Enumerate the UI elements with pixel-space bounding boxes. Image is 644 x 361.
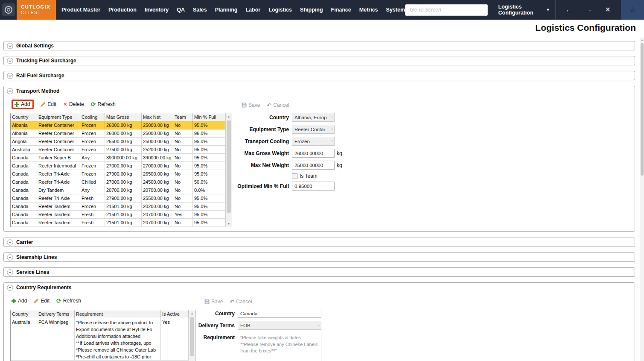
chevron-down-icon: ▾: [331, 115, 333, 119]
add-button[interactable]: Add: [12, 298, 27, 304]
edit-button[interactable]: Edit: [34, 298, 50, 304]
back-arrow-icon[interactable]: ←: [566, 6, 573, 13]
menu-item[interactable]: Sales: [193, 7, 207, 13]
country-dropdown[interactable]: Albania, Europ ▾: [292, 113, 335, 122]
transport-method-header[interactable]: Transport Method: [4, 86, 635, 96]
chevron-down-circle-icon[interactable]: [7, 73, 13, 79]
table-row[interactable]: Canada Reefer Tandem Fresh 21501.00 kg 2…: [11, 211, 232, 219]
save-button[interactable]: Save: [204, 299, 223, 305]
menu-item[interactable]: Planning: [215, 7, 238, 13]
menu-item[interactable]: QA: [177, 7, 185, 13]
top-navigation-bar: CUTLOGIX CLTEST Product MasterProduction…: [0, 0, 644, 20]
add-button[interactable]: Add: [12, 100, 34, 109]
cell-country: Canada: [11, 154, 37, 162]
cell-country: Canada: [11, 178, 37, 186]
scroll-thumb[interactable]: [641, 43, 644, 176]
cell-equipment-type: Reefer Container: [37, 138, 80, 146]
page-title: Logistics Configuration: [535, 23, 636, 33]
cell-max-gross: 20700.00 kg: [105, 186, 142, 194]
chevron-down-circle-icon[interactable]: [7, 239, 13, 246]
menu-item[interactable]: Shipping: [300, 7, 323, 13]
chevron-down-icon: ▾: [331, 127, 333, 131]
cell-max-net: 27000.00 kg: [142, 162, 173, 170]
column-header-max-gross[interactable]: Max Gross: [105, 113, 142, 121]
chevron-up-circle-icon[interactable]: [7, 285, 13, 291]
column-header-requirement[interactable]: Requirement: [75, 310, 161, 318]
page-scrollbar[interactable]: ▲: [640, 38, 644, 361]
edit-button[interactable]: Edit: [41, 101, 56, 107]
close-icon[interactable]: ✕: [605, 6, 611, 13]
refresh-button[interactable]: ⟳ Refresh: [91, 101, 116, 107]
delete-button[interactable]: ✕ Delete: [63, 101, 84, 107]
cell-max-gross: 27900.00 kg: [105, 170, 142, 178]
column-header-max-net[interactable]: Max Net: [142, 113, 173, 121]
delivery-terms-dropdown[interactable]: FOB ▾: [238, 321, 321, 330]
column-header-team[interactable]: Team: [173, 113, 193, 121]
table-row[interactable]: Australia FCA Winnipeg "Please release t…: [11, 318, 195, 361]
cell-max-gross: 21501.00 kg: [105, 203, 142, 211]
chevron-down-circle-icon[interactable]: [7, 43, 13, 49]
cell-country: Canada: [11, 194, 37, 203]
column-header-is-active[interactable]: Is Active: [161, 310, 189, 318]
save-button[interactable]: Save: [242, 102, 260, 108]
equipment-type-dropdown[interactable]: Reefer Contai ▾: [292, 125, 335, 134]
go-to-screen-input[interactable]: [405, 4, 488, 16]
chevron-down-circle-icon[interactable]: [7, 58, 13, 64]
max-gross-weight-label: Max Gross Weight: [197, 150, 292, 156]
table-row[interactable]: Canada Reefer Tri-Axle Fresh 27900.00 kg…: [11, 194, 232, 203]
menu-item[interactable]: Logistics: [268, 7, 292, 13]
menu-item[interactable]: System: [386, 7, 405, 13]
equipment-type-value: Reefer Contai: [294, 127, 325, 132]
column-header-delivery-terms[interactable]: Delivery Terms: [37, 310, 75, 318]
section-global-settings[interactable]: Global Settings: [3, 41, 635, 50]
menu-item[interactable]: Labor: [245, 7, 260, 13]
section-steamship-lines[interactable]: Steamship Lines: [3, 252, 635, 262]
menu-item[interactable]: Metrics: [359, 7, 378, 13]
cancel-label: Cancel: [236, 299, 252, 305]
section-service-lines[interactable]: Service Lines: [3, 267, 635, 277]
column-header-country[interactable]: Country: [11, 113, 37, 121]
transport-method-form: Country Albania, Europ ▾ Equipment Type …: [197, 113, 355, 194]
favorite-button[interactable]: ☆: [621, 0, 644, 20]
menu-item[interactable]: Production: [108, 7, 137, 13]
cell-team: No: [173, 154, 193, 162]
column-header-cooling[interactable]: Cooling: [80, 113, 105, 121]
country-input[interactable]: [238, 309, 321, 318]
transport-cooling-dropdown[interactable]: Frozen ▾: [292, 137, 335, 146]
screen-selector-dropdown[interactable]: Logistics Configuration ▼: [493, 0, 556, 20]
add-plus-icon: [15, 102, 19, 107]
cell-country: Canada: [11, 170, 37, 178]
chevron-down-circle-icon[interactable]: [7, 254, 13, 261]
cancel-button[interactable]: ↶ Cancel: [267, 102, 289, 108]
menu-item[interactable]: Inventory: [145, 7, 169, 13]
country-value: Albania, Europ: [294, 115, 326, 120]
refresh-button[interactable]: ⟳ Refresh: [56, 298, 81, 304]
max-net-weight-input[interactable]: [292, 161, 335, 170]
column-header-country[interactable]: Country: [11, 310, 37, 318]
transport-form-toolbar: Save ↶ Cancel: [242, 100, 289, 110]
cell-team: No: [173, 186, 193, 194]
chevron-up-circle-icon[interactable]: [7, 88, 13, 94]
table-row[interactable]: Canada Reefer Tandem Fresh 21501.00 kg 2…: [11, 219, 232, 227]
undo-arrow-icon: ↶: [267, 103, 271, 108]
cell-country: Albania: [11, 121, 37, 129]
is-team-checkbox[interactable]: [292, 173, 297, 179]
scroll-down-icon[interactable]: ▼: [226, 220, 232, 227]
section-trucking-fuel-surcharge[interactable]: Trucking Fuel Surcharge: [3, 56, 635, 65]
cell-cooling: Any: [80, 186, 105, 194]
optimized-min-pct-full-input[interactable]: [292, 182, 335, 191]
chevron-down-circle-icon[interactable]: [7, 269, 13, 276]
max-gross-weight-input[interactable]: [292, 149, 335, 158]
menu-item[interactable]: Product Master: [61, 7, 100, 13]
cancel-button[interactable]: ↶ Cancel: [230, 299, 252, 305]
column-header-equipment-type[interactable]: Equipment Type: [37, 113, 80, 121]
country-requirements-header[interactable]: Country Requirements: [4, 283, 635, 292]
forward-arrow-icon[interactable]: →: [586, 6, 592, 13]
section-carrier[interactable]: Carrier: [3, 238, 635, 247]
section-rail-fuel-surcharge[interactable]: Rail Fuel Surcharge: [3, 71, 635, 80]
requirement-textarea[interactable]: "Please take weights & dates **Please re…: [238, 333, 321, 361]
cell-team: No: [173, 162, 193, 170]
table-row[interactable]: Canada Reefer Tandem Frozen 21501.00 kg …: [11, 203, 232, 211]
menu-item[interactable]: Finance: [331, 7, 351, 13]
scroll-up-icon[interactable]: ▲: [640, 38, 644, 41]
